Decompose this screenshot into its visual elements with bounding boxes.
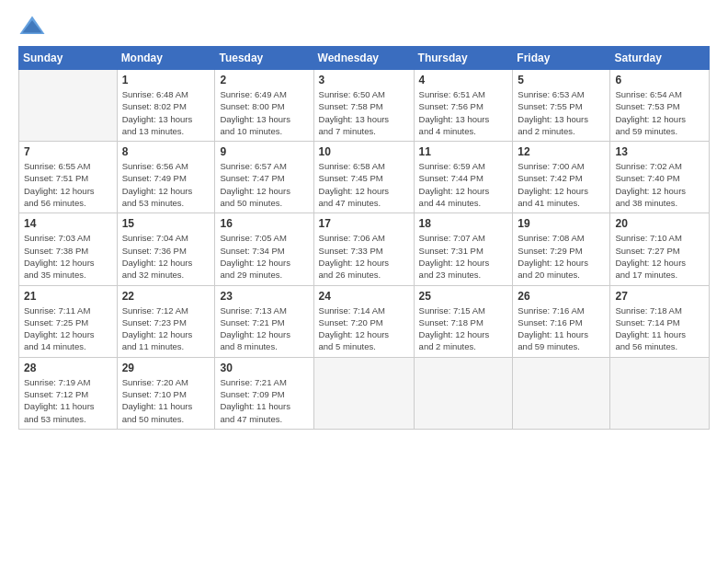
day-number: 26 [518, 290, 605, 303]
day-info: Sunrise: 7:05 AM Sunset: 7:34 PM Dayligh… [220, 232, 308, 281]
day-number: 8 [122, 145, 210, 158]
calendar-header-monday: Monday [117, 47, 215, 70]
day-info: Sunrise: 7:16 AM Sunset: 7:16 PM Dayligh… [518, 304, 605, 353]
day-number: 9 [220, 145, 308, 158]
calendar-cell: 27Sunrise: 7:18 AM Sunset: 7:14 PM Dayli… [610, 285, 710, 357]
calendar-cell: 19Sunrise: 7:08 AM Sunset: 7:29 PM Dayli… [513, 213, 610, 285]
calendar-cell: 9Sunrise: 6:57 AM Sunset: 7:47 PM Daylig… [215, 142, 313, 213]
logo-icon [18, 15, 46, 37]
header [18, 15, 710, 37]
calendar-header-thursday: Thursday [414, 47, 513, 70]
calendar-cell: 12Sunrise: 7:00 AM Sunset: 7:42 PM Dayli… [513, 142, 610, 213]
day-info: Sunrise: 7:21 AM Sunset: 7:09 PM Dayligh… [220, 376, 308, 425]
day-info: Sunrise: 7:08 AM Sunset: 7:29 PM Dayligh… [518, 232, 605, 281]
day-number: 14 [24, 217, 112, 230]
calendar-cell: 20Sunrise: 7:10 AM Sunset: 7:27 PM Dayli… [610, 213, 710, 285]
day-number: 28 [24, 362, 112, 374]
calendar-cell: 2Sunrise: 6:49 AM Sunset: 8:00 PM Daylig… [215, 70, 313, 142]
calendar-cell: 30Sunrise: 7:21 AM Sunset: 7:09 PM Dayli… [215, 357, 313, 429]
calendar-cell: 17Sunrise: 7:06 AM Sunset: 7:33 PM Dayli… [313, 213, 414, 285]
day-number: 22 [122, 290, 210, 303]
day-number: 27 [615, 290, 704, 303]
calendar-cell: 25Sunrise: 7:15 AM Sunset: 7:18 PM Dayli… [414, 285, 513, 357]
calendar-cell: 29Sunrise: 7:20 AM Sunset: 7:10 PM Dayli… [117, 357, 215, 429]
calendar-header-sunday: Sunday [19, 47, 118, 70]
day-number: 25 [419, 290, 508, 303]
day-number: 24 [319, 290, 409, 303]
day-info: Sunrise: 7:18 AM Sunset: 7:14 PM Dayligh… [615, 304, 704, 353]
day-number: 5 [518, 74, 605, 86]
day-number: 18 [419, 217, 508, 230]
day-number: 29 [122, 362, 210, 374]
day-info: Sunrise: 6:59 AM Sunset: 7:44 PM Dayligh… [419, 160, 508, 209]
day-info: Sunrise: 6:51 AM Sunset: 7:56 PM Dayligh… [419, 88, 508, 137]
day-info: Sunrise: 6:58 AM Sunset: 7:45 PM Dayligh… [319, 160, 409, 209]
day-number: 30 [220, 362, 308, 374]
calendar-table: SundayMondayTuesdayWednesdayThursdayFrid… [18, 46, 710, 430]
day-info: Sunrise: 6:49 AM Sunset: 8:00 PM Dayligh… [220, 88, 308, 137]
day-number: 12 [518, 145, 605, 158]
calendar-cell [19, 70, 118, 142]
calendar-cell: 26Sunrise: 7:16 AM Sunset: 7:16 PM Dayli… [513, 285, 610, 357]
calendar-cell: 8Sunrise: 6:56 AM Sunset: 7:49 PM Daylig… [117, 142, 215, 213]
day-number: 11 [419, 145, 508, 158]
day-info: Sunrise: 6:50 AM Sunset: 7:58 PM Dayligh… [319, 88, 409, 137]
day-info: Sunrise: 7:10 AM Sunset: 7:27 PM Dayligh… [615, 232, 704, 281]
day-info: Sunrise: 6:57 AM Sunset: 7:47 PM Dayligh… [220, 160, 308, 209]
calendar-cell: 6Sunrise: 6:54 AM Sunset: 7:53 PM Daylig… [610, 70, 710, 142]
calendar-cell: 15Sunrise: 7:04 AM Sunset: 7:36 PM Dayli… [117, 213, 215, 285]
day-number: 20 [615, 217, 704, 230]
day-number: 16 [220, 217, 308, 230]
day-info: Sunrise: 7:12 AM Sunset: 7:23 PM Dayligh… [122, 304, 210, 353]
calendar-cell: 5Sunrise: 6:53 AM Sunset: 7:55 PM Daylig… [513, 70, 610, 142]
day-number: 6 [615, 74, 704, 86]
day-info: Sunrise: 6:55 AM Sunset: 7:51 PM Dayligh… [24, 160, 112, 209]
calendar-cell: 16Sunrise: 7:05 AM Sunset: 7:34 PM Dayli… [215, 213, 313, 285]
calendar-cell: 18Sunrise: 7:07 AM Sunset: 7:31 PM Dayli… [414, 213, 513, 285]
day-info: Sunrise: 7:11 AM Sunset: 7:25 PM Dayligh… [24, 304, 112, 353]
calendar-cell: 10Sunrise: 6:58 AM Sunset: 7:45 PM Dayli… [313, 142, 414, 213]
calendar-header-wednesday: Wednesday [313, 47, 414, 70]
calendar-cell: 22Sunrise: 7:12 AM Sunset: 7:23 PM Dayli… [117, 285, 215, 357]
day-info: Sunrise: 7:20 AM Sunset: 7:10 PM Dayligh… [122, 376, 210, 425]
calendar-cell: 4Sunrise: 6:51 AM Sunset: 7:56 PM Daylig… [414, 70, 513, 142]
calendar-header-friday: Friday [513, 47, 610, 70]
day-number: 13 [615, 145, 704, 158]
calendar-cell: 11Sunrise: 6:59 AM Sunset: 7:44 PM Dayli… [414, 142, 513, 213]
day-info: Sunrise: 6:54 AM Sunset: 7:53 PM Dayligh… [615, 88, 704, 137]
calendar-header-saturday: Saturday [610, 47, 710, 70]
calendar-header-row: SundayMondayTuesdayWednesdayThursdayFrid… [19, 47, 710, 70]
calendar-cell: 23Sunrise: 7:13 AM Sunset: 7:21 PM Dayli… [215, 285, 313, 357]
calendar-cell: 24Sunrise: 7:14 AM Sunset: 7:20 PM Dayli… [313, 285, 414, 357]
day-number: 15 [122, 217, 210, 230]
calendar-week-3: 14Sunrise: 7:03 AM Sunset: 7:38 PM Dayli… [19, 213, 710, 285]
calendar-cell: 28Sunrise: 7:19 AM Sunset: 7:12 PM Dayli… [19, 357, 118, 429]
day-number: 23 [220, 290, 308, 303]
calendar-week-4: 21Sunrise: 7:11 AM Sunset: 7:25 PM Dayli… [19, 285, 710, 357]
day-info: Sunrise: 7:15 AM Sunset: 7:18 PM Dayligh… [419, 304, 508, 353]
calendar-cell: 14Sunrise: 7:03 AM Sunset: 7:38 PM Dayli… [19, 213, 118, 285]
day-info: Sunrise: 7:04 AM Sunset: 7:36 PM Dayligh… [122, 232, 210, 281]
calendar-cell [414, 357, 513, 429]
calendar-header-tuesday: Tuesday [215, 47, 313, 70]
day-info: Sunrise: 7:00 AM Sunset: 7:42 PM Dayligh… [518, 160, 605, 209]
calendar-cell: 21Sunrise: 7:11 AM Sunset: 7:25 PM Dayli… [19, 285, 118, 357]
day-info: Sunrise: 7:06 AM Sunset: 7:33 PM Dayligh… [319, 232, 409, 281]
calendar-cell [313, 357, 414, 429]
day-info: Sunrise: 7:02 AM Sunset: 7:40 PM Dayligh… [615, 160, 704, 209]
day-number: 17 [319, 217, 409, 230]
day-number: 7 [24, 145, 112, 158]
day-info: Sunrise: 7:13 AM Sunset: 7:21 PM Dayligh… [220, 304, 308, 353]
day-number: 2 [220, 74, 308, 86]
day-number: 3 [319, 74, 409, 86]
calendar-cell: 1Sunrise: 6:48 AM Sunset: 8:02 PM Daylig… [117, 70, 215, 142]
day-info: Sunrise: 6:48 AM Sunset: 8:02 PM Dayligh… [122, 88, 210, 137]
calendar-cell [610, 357, 710, 429]
day-number: 1 [122, 74, 210, 86]
day-info: Sunrise: 7:19 AM Sunset: 7:12 PM Dayligh… [24, 376, 112, 425]
day-number: 21 [24, 290, 112, 303]
calendar-cell: 13Sunrise: 7:02 AM Sunset: 7:40 PM Dayli… [610, 142, 710, 213]
calendar-week-2: 7Sunrise: 6:55 AM Sunset: 7:51 PM Daylig… [19, 142, 710, 213]
calendar-cell: 3Sunrise: 6:50 AM Sunset: 7:58 PM Daylig… [313, 70, 414, 142]
calendar-week-5: 28Sunrise: 7:19 AM Sunset: 7:12 PM Dayli… [19, 357, 710, 429]
